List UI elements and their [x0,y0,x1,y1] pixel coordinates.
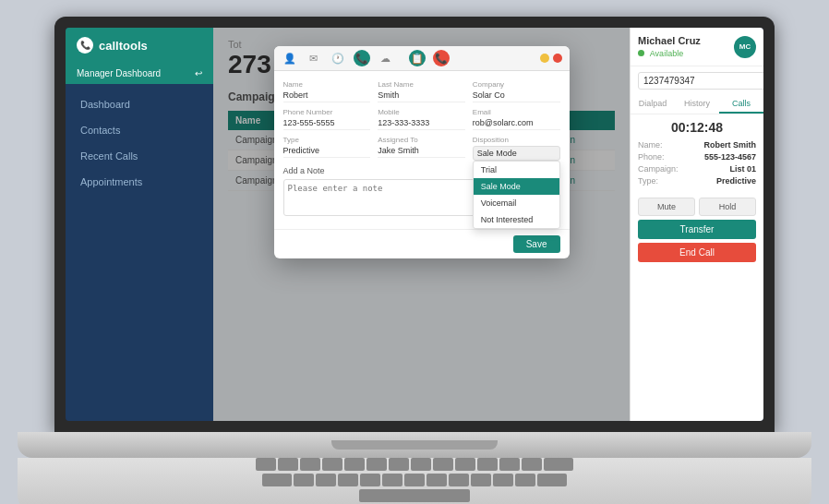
logo-text: calltools [99,39,148,53]
modal-active-phone-icon: 📞 [433,50,450,66]
key [316,474,336,486]
modal-tab-clock[interactable]: 🕐 [330,50,346,66]
key [499,458,520,471]
key [471,474,491,486]
key [427,474,447,486]
user-name: Michael Cruz [638,35,701,46]
modal-tab-call[interactable]: 📞 [354,50,370,66]
key [360,474,380,486]
key [322,458,342,471]
sidebar-item-contacts[interactable]: Contacts [66,117,213,143]
minimize-button[interactable] [540,54,549,63]
right-panel: Michael Cruz Available MC Call [630,28,763,421]
field-email: Email rob@solarc.com [473,108,560,130]
field-company: Company Solar Co [473,80,560,102]
sidebar: 📞 calltools Manager Dashboard ↩ Dashboar… [66,28,213,421]
key [366,458,387,471]
type-label: Type: [638,176,658,186]
laptop-notch [331,440,498,450]
key [278,458,298,471]
key [294,474,314,486]
field-assigned: Assigned To Jake Smith [378,136,465,161]
campaign-value: List 01 [729,164,756,174]
field-disposition[interactable]: Disposition Sale Mode Trial Sale Mode Vo… [473,136,560,161]
tab-calls[interactable]: Calls [719,95,763,114]
mute-button[interactable]: Mute [638,198,695,216]
modal-overlay: 👤 ✉ 🕐 📞 ☁ 📋 📞 [213,28,630,421]
main-content: Tot 273 Campaigns Name Dial [213,28,630,421]
key [522,458,542,471]
name-value: Robert Smith [703,140,756,150]
disposition-option-not-interested[interactable]: Not Interested [474,211,559,228]
key [493,474,513,486]
user-header: Michael Cruz Available MC [631,28,763,66]
logo-container: 📞 calltools [66,28,213,63]
manager-dashboard-label[interactable]: Manager Dashboard ↩ [66,63,213,84]
modal-tab-cloud[interactable]: ☁ [378,50,394,66]
tab-history[interactable]: History [675,95,719,114]
call-info: Name: Robert Smith Phone: 555-123-4567 C… [631,140,763,194]
phone-input[interactable] [638,72,763,90]
modal-contact-details: 👤 ✉ 🕐 📞 ☁ 📋 📞 [274,46,570,258]
key [537,474,567,486]
key [411,458,431,471]
key [455,458,475,471]
key [389,458,409,471]
field-name: Name Robert [283,80,371,102]
key [515,474,535,486]
keyboard [18,458,811,504]
key [477,458,498,471]
logo-icon: 📞 [77,37,93,54]
modal-controls [540,54,562,63]
campaign-label: Campaign: [638,164,679,174]
key [338,474,358,486]
action-buttons: Mute Hold Transfer End Call [631,194,763,266]
end-call-button[interactable]: End Call [638,243,756,262]
key [344,458,365,471]
phone-label: Phone: [638,152,665,162]
field-last-name: Last Name Smith [378,80,465,102]
disposition-dropdown: Trial Sale Mode Voicemail Not Interested [473,161,560,229]
hold-button[interactable]: Hold [699,198,756,216]
sidebar-item-recent-calls[interactable]: Recent Calls [66,143,213,169]
type-value: Predictive [716,176,756,186]
field-phone: Phone Number 123-555-5555 [283,108,371,130]
user-avatar: MC [734,36,756,58]
tabs-row: Dialpad History Calls [631,95,763,114]
disposition-option-sale-mode[interactable]: Sale Mode [474,178,559,195]
field-mobile: Mobile 123-333-3333 [378,108,465,130]
sidebar-item-dashboard[interactable]: Dashboard [66,91,213,117]
key [256,458,276,471]
tab-dialpad[interactable]: Dialpad [631,95,675,114]
logout-icon: ↩ [195,68,202,78]
phone-row: Call [631,66,763,95]
key [262,474,292,486]
status-text: Available [650,49,683,58]
spacebar [359,489,470,502]
phone-value: 555-123-4567 [704,152,756,162]
key [449,474,469,486]
key [404,474,425,486]
name-label: Name: [638,140,663,150]
close-button[interactable] [553,54,562,63]
status-indicator [638,50,644,56]
field-type: Type Predictive [283,136,371,161]
key [433,458,453,471]
save-button[interactable]: Save [513,235,560,253]
disposition-option-voicemail[interactable]: Voicemail [474,195,559,211]
modal-active-call-icon: 📋 [409,50,426,66]
key [544,458,573,471]
call-timer: 00:12:48 [631,114,763,140]
modal-titlebar: 👤 ✉ 🕐 📞 ☁ 📋 📞 [274,46,570,71]
modal-body: Name Robert Last Name Smith Company [274,71,570,229]
modal-footer: Save [274,229,570,258]
sidebar-item-appointments[interactable]: Appointments [66,169,213,195]
transfer-button[interactable]: Transfer [638,220,756,239]
key [300,458,320,471]
modal-tabs: 👤 ✉ 🕐 📞 ☁ 📋 📞 [282,50,450,66]
disposition-option-trial[interactable]: Trial [474,162,559,178]
modal-tab-person[interactable]: 👤 [282,50,298,66]
modal-tab-email[interactable]: ✉ [306,50,322,66]
key [382,474,402,486]
